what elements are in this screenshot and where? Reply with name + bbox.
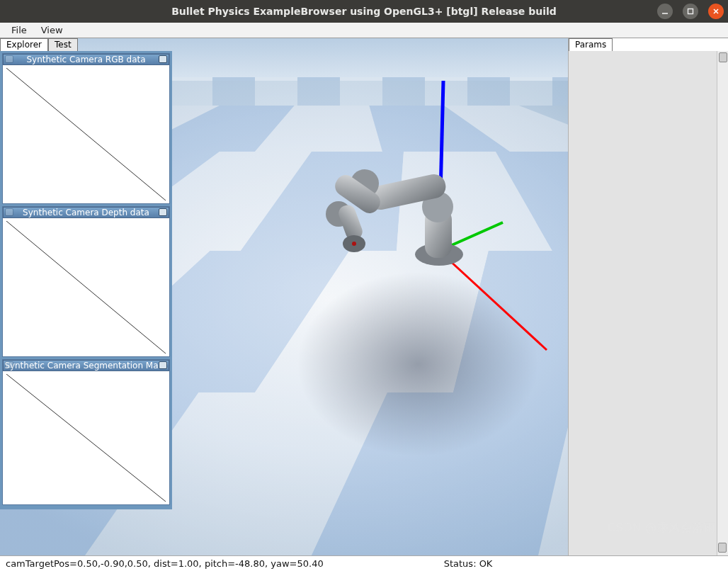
maximize-button[interactable] xyxy=(683,4,698,19)
window-titlebar: Bullet Physics ExampleBrowser using Open… xyxy=(0,0,728,23)
camera-panel-depth[interactable]: Synthetic Camera Depth data xyxy=(2,206,170,357)
tab-params[interactable]: Params xyxy=(569,38,613,51)
svg-line-46 xyxy=(6,68,166,200)
menu-file[interactable]: File xyxy=(4,23,34,37)
camera-panel-segmask[interactable]: Synthetic Camera Segmentation Mask xyxy=(2,359,170,505)
menu-view[interactable]: View xyxy=(34,23,70,37)
svg-rect-1 xyxy=(688,9,693,14)
status-text: Status: OK xyxy=(444,558,493,569)
camera-panel-rgb[interactable]: Synthetic Camera RGB data xyxy=(2,53,170,204)
params-scrollbar[interactable] xyxy=(717,51,728,555)
minimize-icon[interactable] xyxy=(159,55,167,63)
minimize-icon[interactable] xyxy=(159,208,167,216)
svg-line-47 xyxy=(6,221,166,354)
svg-point-45 xyxy=(352,242,356,246)
tab-explorer[interactable]: Explorer xyxy=(0,38,48,51)
camera-panel-depth-title: Synthetic Camera Depth data xyxy=(23,208,149,217)
svg-point-35 xyxy=(297,272,538,456)
menubar: File View xyxy=(0,23,728,38)
camera-panel-segmask-title: Synthetic Camera Segmentation Mask xyxy=(4,361,167,371)
right-panel: Params xyxy=(568,38,728,555)
window-title: Bullet Physics ExampleBrowser using Open… xyxy=(0,6,728,17)
scrollbar-up-icon[interactable] xyxy=(719,52,727,62)
svg-line-48 xyxy=(6,374,166,502)
minimize-icon[interactable] xyxy=(159,361,167,369)
workspace: Explorer Test Synthetic Camera RGB data … xyxy=(0,38,728,555)
left-panel: Explorer Test Synthetic Camera RGB data … xyxy=(0,38,172,509)
statusbar: camTargetPos=0.50,-0.90,0.50, dist=1.00,… xyxy=(0,555,728,571)
close-button[interactable] xyxy=(708,4,724,19)
camera-panel-rgb-title: Synthetic Camera RGB data xyxy=(26,55,145,64)
tab-test[interactable]: Test xyxy=(48,38,78,51)
scrollbar-down-icon[interactable] xyxy=(718,543,727,553)
status-camera-info: camTargetPos=0.50,-0.90,0.50, dist=1.00,… xyxy=(6,558,324,569)
minimize-button[interactable] xyxy=(657,4,673,19)
